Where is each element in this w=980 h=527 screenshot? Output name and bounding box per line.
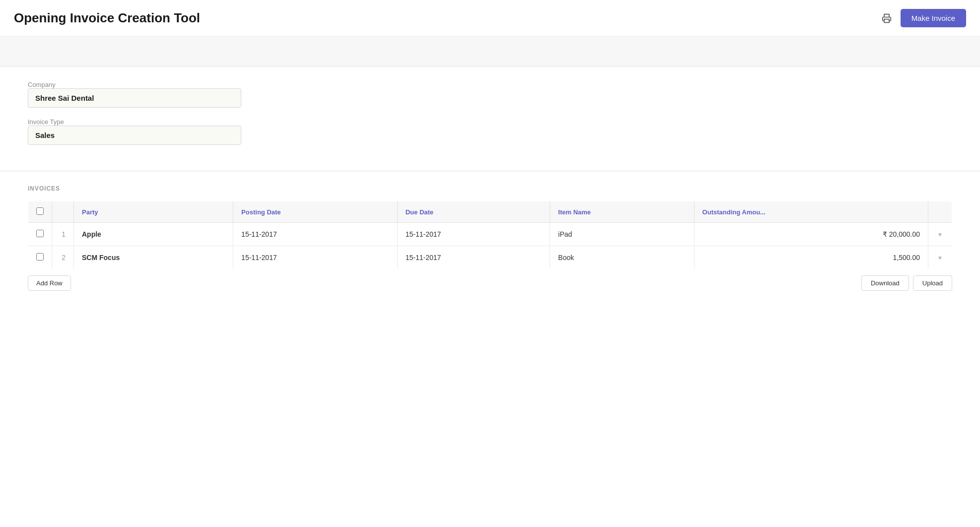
header-checkbox-col — [28, 201, 52, 223]
row-dropdown-2[interactable]: ▼ — [928, 246, 952, 269]
row-party-2: SCM Focus — [74, 246, 233, 269]
row-checkbox-cell — [28, 223, 52, 246]
row-party-1: Apple — [74, 223, 233, 246]
row-dropdown-1[interactable]: ▼ — [928, 223, 952, 246]
download-button[interactable]: Download — [861, 275, 909, 291]
row-checkbox-1[interactable] — [36, 230, 44, 237]
row-amount-2: 1,500.00 — [694, 246, 928, 269]
page-title: Opening Invoice Creation Tool — [14, 10, 200, 26]
row-item-name-1: iPad — [550, 223, 694, 246]
invoice-type-input[interactable] — [28, 126, 241, 145]
company-label: Company — [28, 81, 56, 88]
add-row-button[interactable]: Add Row — [28, 275, 71, 291]
form-section: Company Invoice Type — [0, 66, 980, 171]
header-item-name: Item Name — [550, 201, 694, 223]
row-posting-date-1: 15-11-2017 — [233, 223, 398, 246]
table-row: 2 SCM Focus 15-11-2017 15-11-2017 Book 1… — [28, 246, 952, 269]
table-row: 1 Apple 15-11-2017 15-11-2017 iPad ₹ 20,… — [28, 223, 952, 246]
printer-icon — [882, 13, 892, 23]
header-outstanding-amount: Outstanding Amou... — [694, 201, 928, 223]
header-party: Party — [74, 201, 233, 223]
company-field-group: Company — [28, 80, 952, 108]
table-header-row: Party Posting Date Due Date Item Name Ou… — [28, 201, 952, 223]
row-due-date-2: 15-11-2017 — [397, 246, 550, 269]
app-container: Opening Invoice Creation Tool Make Invoi… — [0, 0, 980, 527]
invoice-type-field-group: Invoice Type — [28, 118, 952, 145]
row-num-1: 1 — [52, 223, 74, 246]
row-checkbox-cell — [28, 246, 52, 269]
invoices-section: INVOICES Party Posting Date Due Date — [0, 171, 980, 311]
upload-button[interactable]: Upload — [913, 275, 952, 291]
svg-rect-0 — [884, 19, 889, 22]
header-num-col — [52, 201, 74, 223]
header-posting-date: Posting Date — [233, 201, 398, 223]
header-due-date: Due Date — [397, 201, 550, 223]
header-actions-col — [928, 201, 952, 223]
invoices-section-title: INVOICES — [28, 185, 952, 192]
select-all-checkbox[interactable] — [36, 207, 44, 215]
chevron-down-icon[interactable]: ▼ — [937, 255, 943, 262]
row-posting-date-2: 15-11-2017 — [233, 246, 398, 269]
top-band — [0, 37, 980, 66]
row-due-date-1: 15-11-2017 — [397, 223, 550, 246]
chevron-down-icon[interactable]: ▼ — [937, 231, 943, 238]
row-item-name-2: Book — [550, 246, 694, 269]
table-footer: Add Row Download Upload — [28, 269, 952, 291]
row-num-2: 2 — [52, 246, 74, 269]
table-action-buttons: Download Upload — [861, 275, 952, 291]
invoice-type-label: Invoice Type — [28, 118, 64, 126]
invoices-table: Party Posting Date Due Date Item Name Ou… — [28, 201, 952, 269]
company-input[interactable] — [28, 88, 241, 108]
print-button[interactable] — [880, 11, 894, 25]
row-amount-1: ₹ 20,000.00 — [694, 223, 928, 246]
page-header: Opening Invoice Creation Tool Make Invoi… — [0, 0, 980, 37]
make-invoice-button[interactable]: Make Invoice — [901, 9, 966, 27]
header-actions: Make Invoice — [880, 9, 966, 27]
row-checkbox-2[interactable] — [36, 253, 44, 261]
